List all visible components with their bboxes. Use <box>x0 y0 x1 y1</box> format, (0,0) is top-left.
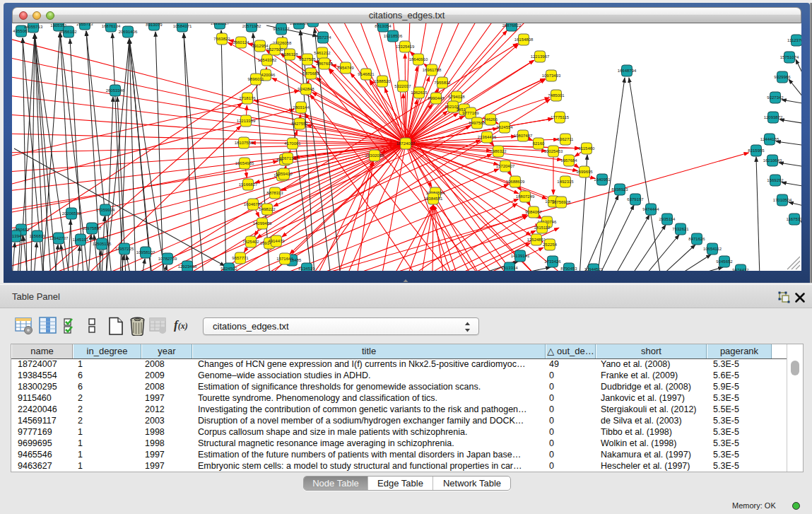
svg-text:18807249: 18807249 <box>516 194 535 199</box>
svg-text:20876822: 20876822 <box>502 23 522 28</box>
svg-text:12213967: 12213967 <box>531 54 550 59</box>
svg-text:8471626: 8471626 <box>688 237 705 241</box>
svg-text:14139141: 14139141 <box>511 254 530 258</box>
svg-text:1815112: 1815112 <box>534 226 551 230</box>
svg-text:10756928: 10756928 <box>552 200 571 204</box>
svg-text:10025453: 10025453 <box>544 149 563 153</box>
svg-text:4914479: 4914479 <box>268 239 285 243</box>
svg-text:5359410: 5359410 <box>276 172 293 176</box>
svg-text:4355061: 4355061 <box>13 29 30 33</box>
svg-text:9613314: 9613314 <box>501 266 518 270</box>
svg-text:19166827: 19166827 <box>239 182 258 187</box>
svg-text:1640951: 1640951 <box>594 177 611 182</box>
svg-text:7632621: 7632621 <box>672 227 689 231</box>
svg-text:9146821: 9146821 <box>358 72 375 76</box>
svg-text:21364436: 21364436 <box>478 135 497 139</box>
svg-text:8790453: 8790453 <box>560 267 577 271</box>
svg-text:5875685: 5875685 <box>302 71 319 76</box>
svg-text:7357274: 7357274 <box>314 35 331 40</box>
svg-text:26053346: 26053346 <box>106 88 125 93</box>
svg-text:18107553: 18107553 <box>235 141 254 145</box>
svg-text:1156819: 1156819 <box>30 234 47 238</box>
svg-text:9896011: 9896011 <box>248 77 265 81</box>
svg-text:5461212: 5461212 <box>314 51 331 55</box>
svg-text:1167533: 1167533 <box>787 217 801 221</box>
svg-text:9227342: 9227342 <box>767 95 784 100</box>
svg-text:1733426: 1733426 <box>544 259 561 264</box>
svg-text:1145191: 1145191 <box>73 238 90 242</box>
svg-text:16154808: 16154808 <box>514 37 534 42</box>
svg-text:12213369: 12213369 <box>237 119 256 123</box>
svg-text:17957225: 17957225 <box>115 247 134 251</box>
svg-text:18724007: 18724007 <box>396 141 416 146</box>
svg-text:23302035: 23302035 <box>365 153 384 158</box>
svg-text:15720407: 15720407 <box>496 164 515 168</box>
svg-text:7986322: 7986322 <box>490 149 507 153</box>
svg-text:8454749: 8454749 <box>337 66 354 70</box>
svg-text:8186328: 8186328 <box>281 52 298 57</box>
svg-text:6497568: 6497568 <box>469 121 486 125</box>
svg-text:8938923: 8938923 <box>611 187 628 192</box>
svg-text:17359934: 17359934 <box>96 208 115 212</box>
svg-text:3913940: 3913940 <box>12 234 24 238</box>
svg-text:20975857: 20975857 <box>83 226 102 230</box>
svg-text:7663822: 7663822 <box>213 37 230 41</box>
svg-text:2055713: 2055713 <box>76 23 93 26</box>
svg-text:12923468: 12923468 <box>178 264 197 269</box>
svg-text:10688609: 10688609 <box>506 180 525 184</box>
svg-text:14099489: 14099489 <box>253 221 272 226</box>
svg-text:10958107: 10958107 <box>136 250 155 255</box>
svg-text:1588520: 1588520 <box>374 79 391 83</box>
svg-text:14055713: 14055713 <box>24 25 43 29</box>
svg-text:19384551: 19384551 <box>424 197 443 201</box>
svg-text:9699695: 9699695 <box>576 170 593 174</box>
svg-text:20691406: 20691406 <box>119 30 138 34</box>
svg-text:16876134: 16876134 <box>102 24 121 28</box>
svg-text:16046788: 16046788 <box>244 202 263 206</box>
svg-text:9527500: 9527500 <box>266 47 283 52</box>
svg-text:3624554: 3624554 <box>496 125 513 129</box>
svg-text:10944521: 10944521 <box>584 267 604 271</box>
svg-text:5322037: 5322037 <box>394 84 411 88</box>
svg-text:12093872: 12093872 <box>764 115 783 119</box>
svg-text:10584371: 10584371 <box>173 24 192 28</box>
svg-text:10973493: 10973493 <box>542 74 561 78</box>
svg-text:9527505: 9527505 <box>299 57 316 62</box>
svg-text:17775115: 17775115 <box>551 115 570 119</box>
svg-text:8878313: 8878313 <box>266 191 283 195</box>
svg-text:8134519: 8134519 <box>298 267 315 271</box>
svg-text:11123704: 11123704 <box>787 38 801 42</box>
svg-text:9245652: 9245652 <box>716 259 733 264</box>
svg-text:2935114: 2935114 <box>659 217 676 221</box>
svg-text:10807487: 10807487 <box>514 134 533 138</box>
svg-text:10782759: 10782759 <box>158 257 177 261</box>
svg-text:8813054: 8813054 <box>375 24 392 28</box>
svg-text:9115460: 9115460 <box>579 146 596 151</box>
svg-text:9474412: 9474412 <box>732 268 749 271</box>
svg-text:7625402: 7625402 <box>242 240 259 244</box>
svg-text:2718176: 2718176 <box>239 96 256 100</box>
svg-text:9329966: 9329966 <box>774 75 791 79</box>
svg-text:16961758: 16961758 <box>423 68 442 72</box>
svg-text:19218506: 19218506 <box>384 34 403 38</box>
svg-text:9153127: 9153127 <box>273 27 290 31</box>
svg-text:8427552: 8427552 <box>291 122 308 126</box>
svg-text:9056102: 9056102 <box>60 30 77 34</box>
svg-text:20206578: 20206578 <box>62 211 81 216</box>
svg-text:3267130: 3267130 <box>279 156 296 160</box>
svg-text:6379197: 6379197 <box>627 197 644 201</box>
svg-text:12444155: 12444155 <box>760 137 779 141</box>
svg-text:13524851: 13524851 <box>527 238 546 242</box>
svg-text:12505135: 12505135 <box>93 242 112 246</box>
svg-text:12942737: 12942737 <box>49 236 69 240</box>
svg-text:18640910: 18640910 <box>409 57 428 62</box>
svg-text:1571644: 1571644 <box>276 257 293 261</box>
svg-text:9657771: 9657771 <box>232 256 249 260</box>
svg-text:10654112: 10654112 <box>703 247 722 251</box>
svg-text:19938217: 19938217 <box>211 23 230 25</box>
svg-text:3660124: 3660124 <box>233 40 249 45</box>
svg-text:13325419: 13325419 <box>396 45 415 49</box>
svg-text:6794028: 6794028 <box>448 95 465 99</box>
svg-text:5362711: 5362711 <box>558 137 575 141</box>
svg-text:62160: 62160 <box>533 141 545 146</box>
